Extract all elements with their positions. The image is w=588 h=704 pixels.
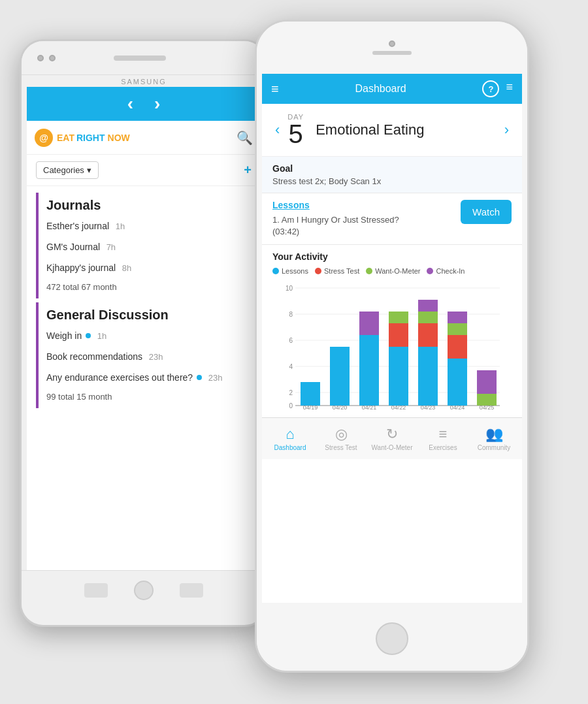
iphone-camera xyxy=(389,40,395,47)
nav-forward-arrow[interactable]: › xyxy=(154,93,160,114)
bar xyxy=(389,312,408,323)
svg-text:04/24: 04/24 xyxy=(450,404,465,411)
tab-exercises[interactable]: ≡ Exercises xyxy=(417,426,468,451)
item-title: Weigh in xyxy=(46,330,82,341)
lessons-section: Lessons 1. Am I Hungry Or Just Stressed?… xyxy=(262,193,522,245)
community-label: Community xyxy=(478,444,511,451)
community-icon: 👥 xyxy=(485,426,503,443)
app-title-now: NOW xyxy=(108,133,130,143)
samsung-camera-left xyxy=(37,55,44,61)
day-prev-arrow[interactable]: ‹ xyxy=(272,119,282,141)
bar xyxy=(448,359,467,406)
want-o-meter-icon: ↻ xyxy=(386,426,398,443)
list-item[interactable]: Esther's journal 1h xyxy=(39,216,261,236)
app-title-eat: EAT xyxy=(57,133,74,143)
list-item[interactable]: Book recommendations 23h xyxy=(39,346,261,367)
svg-text:04/19: 04/19 xyxy=(303,404,318,411)
list-item[interactable]: Kjhappy's journal 8h xyxy=(39,257,261,278)
item-time: 7h xyxy=(104,242,116,252)
lessons-text: 1. Am I Hungry Or Just Stressed?(03:42) xyxy=(272,214,453,238)
tab-want-o-meter[interactable]: ↻ Want-O-Meter xyxy=(367,426,417,451)
svg-text:0: 0 xyxy=(289,402,293,409)
watch-button[interactable]: Watch xyxy=(461,200,512,224)
hamburger-icon[interactable]: ≡ xyxy=(271,82,279,97)
stress-test-label: Stress Test xyxy=(325,444,357,451)
goal-section: Goal Stress test 2x; Body Scan 1x xyxy=(262,157,522,193)
goal-text: Stress test 2x; Body Scan 1x xyxy=(272,176,512,186)
bar xyxy=(477,370,497,394)
svg-text:2: 2 xyxy=(289,389,293,396)
app-title-right: RIGHT xyxy=(76,133,105,143)
lessons-label: Lessons xyxy=(272,200,453,210)
samsung-screen: ‹ › @ EAT RIGHT NOW 🔍 Categories ▾ xyxy=(27,87,261,570)
legend-stress: Stress Test xyxy=(315,267,359,275)
help-icon[interactable]: ? xyxy=(482,80,499,97)
samsung-cameras xyxy=(37,55,56,61)
categories-button[interactable]: Categories ▾ xyxy=(36,161,99,179)
iphone-app-title: Dashboard xyxy=(279,83,483,95)
hardware-menu-btn[interactable] xyxy=(180,583,203,598)
iphone: ≡ Dashboard ? ≡ ‹ DAY 5 Emotional Eating… xyxy=(255,20,529,673)
stress-dot xyxy=(315,268,321,274)
item-title: Kjhappy's journal xyxy=(46,263,116,273)
tab-community[interactable]: 👥 Community xyxy=(468,426,519,451)
bar xyxy=(418,312,438,323)
tab-stress-test[interactable]: ◎ Stress Test xyxy=(316,426,367,451)
search-icon[interactable]: 🔍 xyxy=(237,130,253,146)
lessons-legend-label: Lessons xyxy=(282,267,308,275)
svg-text:04/23: 04/23 xyxy=(421,404,436,411)
day-info: DAY 5 xyxy=(287,113,304,147)
day-next-arrow[interactable]: › xyxy=(502,119,512,141)
bar-chart-svg: 10 8 6 4 2 0 xyxy=(272,280,512,411)
hardware-back-btn[interactable] xyxy=(84,583,108,598)
item-title: Book recommendations xyxy=(46,351,142,362)
goal-label: Goal xyxy=(272,163,512,174)
legend-lessons: Lessons xyxy=(272,267,308,275)
journals-section: Journals Esther's journal 1h GM's Journa… xyxy=(36,193,261,298)
new-dot-indicator xyxy=(197,375,202,380)
bar xyxy=(301,382,320,406)
dashboard-label: Dashboard xyxy=(274,444,306,451)
iphone-home-button[interactable] xyxy=(376,622,408,655)
bar xyxy=(418,323,438,347)
exercises-icon: ≡ xyxy=(439,426,448,443)
nav-back-arrow[interactable]: ‹ xyxy=(127,93,133,114)
want-o-meter-label: Want-O-Meter xyxy=(372,444,413,451)
bar xyxy=(448,323,467,335)
samsung-content: Categories ▾ + Journals Esther's journal… xyxy=(27,155,261,570)
bar xyxy=(359,312,379,335)
bar xyxy=(418,347,438,406)
general-discussion-section: General Discussion Weigh in 1h Book reco… xyxy=(36,302,261,408)
tab-dashboard[interactable]: ⌂ Dashboard xyxy=(265,426,316,451)
add-button[interactable]: + xyxy=(244,163,252,178)
list-item[interactable]: GM's Journal 7h xyxy=(39,236,261,257)
samsung-top-bar xyxy=(22,41,266,75)
hardware-home-btn[interactable] xyxy=(134,581,154,600)
item-title: Any endurance exercises out there? xyxy=(46,372,193,383)
new-dot-indicator xyxy=(86,333,91,338)
bottom-navigation: ⌂ Dashboard ◎ Stress Test ↻ Want-O-Meter… xyxy=(262,417,522,459)
item-title: GM's Journal xyxy=(46,242,100,252)
bar xyxy=(389,347,408,406)
svg-text:04/21: 04/21 xyxy=(362,404,377,411)
lessons-left: Lessons 1. Am I Hungry Or Just Stressed?… xyxy=(272,200,453,238)
lessons-dot xyxy=(272,268,279,274)
samsung-phone: SAMSUNG ‹ › @ EAT RIGHT NOW 🔍 xyxy=(20,39,268,627)
iphone-top xyxy=(257,22,527,74)
list-icon[interactable]: ≡ xyxy=(506,80,513,97)
bar xyxy=(330,347,350,406)
bar xyxy=(359,335,379,406)
day-navigation: ‹ DAY 5 Emotional Eating › xyxy=(262,104,522,157)
dashboard-icon: ⌂ xyxy=(286,426,294,443)
list-item[interactable]: Weigh in 1h xyxy=(39,325,261,346)
journals-title: Journals xyxy=(39,193,261,216)
item-time: 1h xyxy=(95,331,106,341)
day-title: Emotional Eating xyxy=(316,121,424,138)
iphone-bottom xyxy=(257,603,527,673)
want-dot xyxy=(366,268,372,274)
general-discussion-stats: 99 total 15 month xyxy=(39,388,261,408)
iphone-speaker xyxy=(372,51,412,55)
day-number: 5 xyxy=(289,121,303,147)
svg-text:04/20: 04/20 xyxy=(333,404,348,411)
list-item[interactable]: Any endurance exercises out there? 23h xyxy=(39,367,261,388)
